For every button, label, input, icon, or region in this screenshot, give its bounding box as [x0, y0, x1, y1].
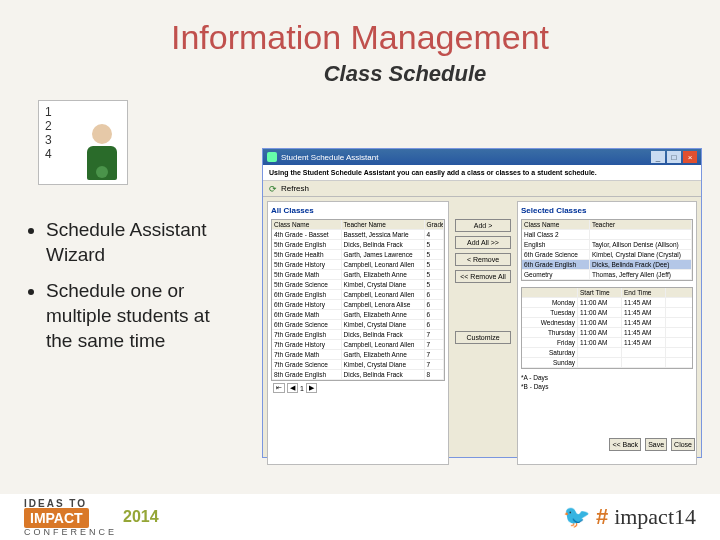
table-row[interactable]: 5th Grade ScienceKimbel, Crystal Diane5: [272, 280, 444, 290]
panel-title-selected: Selected Classes: [521, 206, 693, 215]
slide-title: Information Management: [0, 0, 720, 57]
add-button[interactable]: Add >: [455, 219, 511, 232]
table-row[interactable]: 6th Grade EnglishDicks, Belinda Frack (D…: [522, 260, 692, 270]
table-row[interactable]: 5th Grade HealthGarth, James Lawrence5: [272, 250, 444, 260]
customize-button[interactable]: Customize: [455, 331, 511, 344]
maximize-button[interactable]: □: [667, 151, 681, 163]
time-row: Monday11:00 AM11:45 AM: [522, 298, 692, 308]
back-button[interactable]: << Back: [609, 438, 641, 451]
table-row[interactable]: EnglishTaylor, Allison Denise (Allison): [522, 240, 692, 250]
pager-page: 1: [300, 385, 304, 392]
table-row[interactable]: 7th Grade ScienceKimbel, Crystal Diane7: [272, 360, 444, 370]
table-row[interactable]: 6th Grade ScienceKimbel, Crystal Diane6: [272, 320, 444, 330]
time-row: Friday11:00 AM11:45 AM: [522, 338, 692, 348]
time-grid: Start Time End Time Monday11:00 AM11:45 …: [521, 287, 693, 369]
time-row: Tuesday11:00 AM11:45 AM: [522, 308, 692, 318]
remove-button[interactable]: < Remove: [455, 253, 511, 266]
intro-text: Using the Student Schedule Assistant you…: [263, 165, 701, 181]
table-row[interactable]: 5th Grade HistoryCampbell, Leonard Allen…: [272, 260, 444, 270]
close-button[interactable]: ×: [683, 151, 697, 163]
time-row: Saturday: [522, 348, 692, 358]
pager[interactable]: ⇤ ◀ 1 ▶: [271, 381, 445, 395]
slide-subtitle: Class Schedule: [90, 61, 720, 87]
bullet-item: Schedule Assistant Wizard: [46, 218, 238, 267]
table-row[interactable]: 5th Grade MathGarth, Elizabeth Anne5: [272, 270, 444, 280]
window-title: Student Schedule Assistant: [281, 153, 649, 162]
save-button[interactable]: Save: [645, 438, 667, 451]
close-bottom-button[interactable]: Close: [671, 438, 695, 451]
minimize-button[interactable]: _: [651, 151, 665, 163]
table-row[interactable]: 7th Grade MathGarth, Elizabeth Anne7: [272, 350, 444, 360]
titlebar: Student Schedule Assistant _ □ ×: [263, 149, 701, 165]
table-row[interactable]: GeometryThomas, Jeffery Allen (Jeff): [522, 270, 692, 280]
table-row[interactable]: 6th Grade MathGarth, Elizabeth Anne6: [272, 310, 444, 320]
table-row[interactable]: 5th Grade EnglishDicks, Belinda Frack5: [272, 240, 444, 250]
table-row[interactable]: Hall Class 2: [522, 230, 692, 240]
table-row[interactable]: 6th Grade EnglishCampbell, Leonard Allen…: [272, 290, 444, 300]
selected-classes-grid[interactable]: Class Name Teacher Hall Class 2EnglishTa…: [521, 219, 693, 281]
hashtag: 🐦 # impact14: [563, 504, 696, 530]
app-window: Student Schedule Assistant _ □ × Using t…: [262, 148, 702, 458]
time-row: Thursday11:00 AM11:45 AM: [522, 328, 692, 338]
twitter-icon: 🐦: [563, 504, 590, 530]
add-all-button[interactable]: Add All >>: [455, 236, 511, 249]
legend: *A - Days *B - Days: [521, 373, 693, 391]
app-icon: [267, 152, 277, 162]
pager-prev-icon[interactable]: ◀: [287, 383, 298, 393]
all-classes-panel: All Classes Class Name Teacher Name Grad…: [267, 201, 449, 465]
pager-first-icon[interactable]: ⇤: [273, 383, 285, 393]
bullet-list: Schedule Assistant Wizard Schedule one o…: [28, 218, 238, 365]
all-classes-grid[interactable]: Class Name Teacher Name Grade 4th Grade …: [271, 219, 445, 381]
bullet-item: Schedule one or multiple students at the…: [46, 279, 238, 353]
table-row[interactable]: 6th Grade ScienceKimbel, Crystal Diane (…: [522, 250, 692, 260]
time-row: Wednesday11:00 AM11:45 AM: [522, 318, 692, 328]
table-row[interactable]: 7th Grade HistoryCampbell, Leonard Allen…: [272, 340, 444, 350]
transfer-buttons: Add > Add All >> < Remove << Remove All …: [453, 201, 513, 465]
remove-all-button[interactable]: << Remove All: [455, 270, 511, 283]
table-row[interactable]: 6th Grade HistoryCampbell, Lenora Alise6: [272, 300, 444, 310]
conference-logo: IDEAS TO IMPACT CONFERENCE 2014: [24, 498, 159, 537]
refresh-icon[interactable]: ⟳: [269, 184, 277, 194]
table-row[interactable]: 8th Grade EnglishDicks, Belinda Frack8: [272, 370, 444, 380]
time-row: Sunday: [522, 358, 692, 368]
refresh-label[interactable]: Refresh: [281, 184, 309, 193]
table-row[interactable]: 4th Grade - BassetBassett, Jessica Marie…: [272, 230, 444, 240]
schedule-icon: 1234: [38, 100, 128, 185]
pager-next-icon[interactable]: ▶: [306, 383, 317, 393]
selected-classes-panel: Selected Classes Class Name Teacher Hall…: [517, 201, 697, 465]
slide-footer: IDEAS TO IMPACT CONFERENCE 2014 🐦 # impa…: [0, 494, 720, 540]
toolbar: ⟳ Refresh: [263, 181, 701, 197]
table-row[interactable]: 7th Grade EnglishDicks, Belinda Frack7: [272, 330, 444, 340]
panel-title-all: All Classes: [271, 206, 445, 215]
